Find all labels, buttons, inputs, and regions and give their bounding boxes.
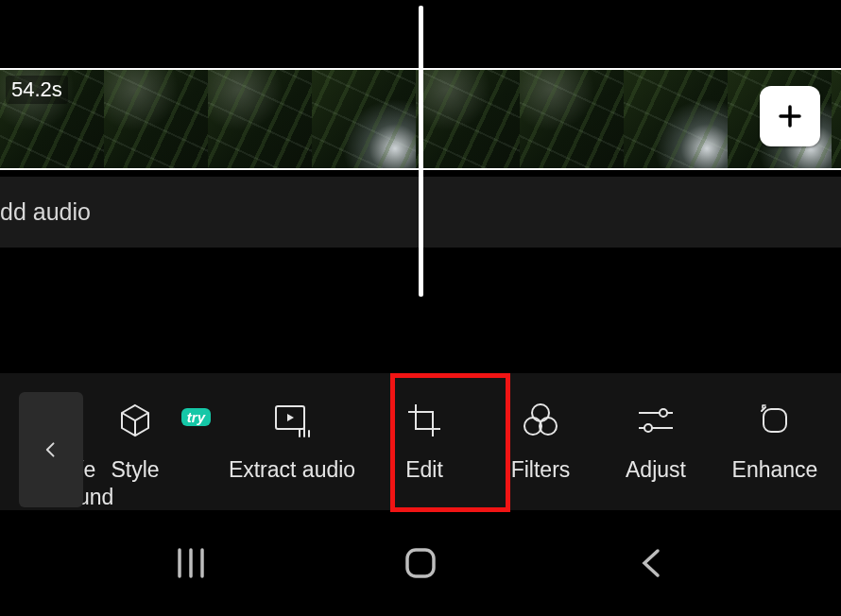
clip-thumbnail bbox=[832, 70, 841, 168]
enhance-icon bbox=[756, 401, 794, 440]
svg-point-1 bbox=[532, 404, 549, 421]
home-icon bbox=[402, 544, 439, 582]
svg-point-5 bbox=[660, 409, 667, 417]
crop-icon bbox=[404, 401, 444, 440]
svg-point-7 bbox=[644, 424, 652, 432]
try-badge: try bbox=[181, 408, 211, 426]
tool-label: Adjust bbox=[626, 457, 686, 483]
timeline: 54.2s dd audio bbox=[0, 0, 841, 373]
clip-thumbnail bbox=[520, 70, 624, 168]
back-icon bbox=[635, 545, 665, 581]
clip-thumbnail bbox=[312, 70, 416, 168]
clip-thumbnail bbox=[208, 70, 312, 168]
tool-strip: try Style Extract au bbox=[52, 373, 841, 510]
tool-edit[interactable]: Edit bbox=[366, 393, 483, 490]
clip-thumbnail bbox=[104, 70, 208, 168]
add-audio-label: dd audio bbox=[0, 198, 91, 226]
clip-thumbnail bbox=[624, 70, 728, 168]
tool-extract-audio[interactable]: Extract audio bbox=[218, 393, 366, 490]
toolbar-back-button[interactable] bbox=[19, 392, 83, 507]
tool-filters[interactable]: Filters bbox=[483, 393, 598, 490]
svg-rect-12 bbox=[407, 550, 434, 576]
clip-duration-badge: 54.2s bbox=[6, 76, 68, 104]
plus-icon bbox=[776, 102, 804, 130]
chevron-left-icon bbox=[42, 434, 60, 466]
tool-label: Style bbox=[111, 457, 159, 483]
extract-audio-icon bbox=[272, 401, 312, 440]
tool-enhance[interactable]: Enhance bbox=[713, 393, 836, 490]
tool-label: Filters bbox=[511, 457, 571, 483]
add-clip-button[interactable] bbox=[760, 86, 820, 146]
nav-back-button[interactable] bbox=[622, 540, 678, 586]
recents-icon bbox=[172, 546, 210, 580]
svg-rect-8 bbox=[764, 409, 786, 432]
tool-label: Extract audio bbox=[229, 457, 355, 483]
bottom-toolbar: try Style Extract au bbox=[0, 373, 841, 510]
nav-home-button[interactable] bbox=[392, 540, 449, 586]
tool-label: Edit bbox=[405, 457, 443, 483]
android-navbar bbox=[0, 510, 841, 616]
tool-adjust[interactable]: Adjust bbox=[598, 393, 713, 490]
sliders-icon bbox=[635, 401, 677, 440]
clip-thumbnail bbox=[416, 70, 520, 168]
tool-label: Enhance bbox=[732, 457, 818, 483]
filters-icon bbox=[521, 401, 560, 440]
cube-icon bbox=[116, 401, 154, 440]
nav-recents-button[interactable] bbox=[163, 540, 219, 586]
playhead[interactable] bbox=[419, 6, 423, 297]
